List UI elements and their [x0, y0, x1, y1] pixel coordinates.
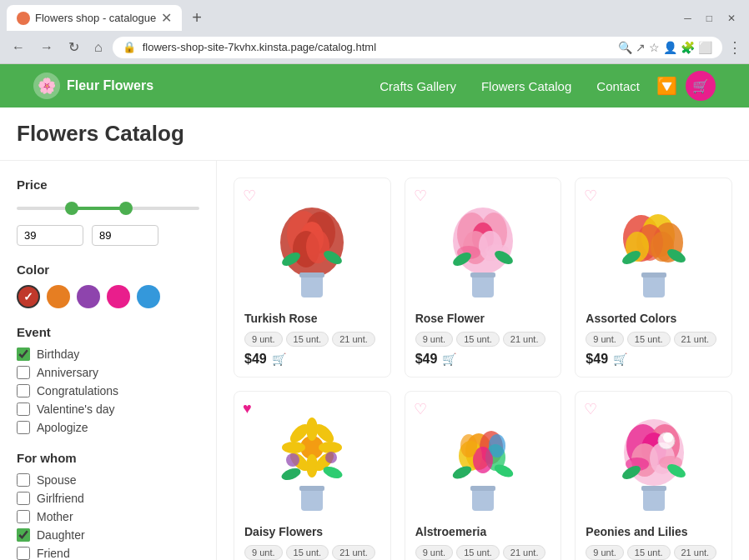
- variant-15[interactable]: 15 unt.: [627, 545, 671, 560]
- event-valentines[interactable]: Valentine's day: [17, 402, 199, 416]
- svg-rect-57: [470, 486, 495, 491]
- color-orange[interactable]: [47, 285, 70, 308]
- color-red[interactable]: ✓: [17, 285, 40, 308]
- nav-actions: 🔽 🛒: [656, 71, 716, 101]
- price-max-input[interactable]: 89: [92, 225, 158, 246]
- for-spouse-checkbox[interactable]: [17, 473, 30, 487]
- add-to-cart-assorted-colors[interactable]: 🛒: [613, 352, 627, 366]
- variant-21[interactable]: 21 unt.: [674, 332, 717, 347]
- nav-contact[interactable]: Contact: [596, 79, 640, 93]
- address-bar[interactable]: 🔒 flowers-shop-site-7kvhx.kinsta.page/ca…: [113, 37, 722, 58]
- wishlist-turkish-rose[interactable]: ♡: [243, 187, 256, 205]
- nav-links: Crafts Gallery Flowers Catalog Contact: [380, 79, 640, 93]
- product-img-rose-flower: [415, 188, 551, 305]
- wishlist-assorted-colors[interactable]: ♡: [584, 187, 597, 205]
- color-purple[interactable]: [77, 285, 100, 308]
- event-congratulations[interactable]: Congratulations: [17, 384, 199, 398]
- home-button[interactable]: ⌂: [89, 37, 108, 58]
- share-icon[interactable]: ↗: [636, 41, 646, 54]
- variant-15[interactable]: 15 unt.: [627, 332, 671, 347]
- svg-rect-71: [641, 486, 666, 491]
- for-girlfriend[interactable]: Girlfriend: [17, 492, 199, 505]
- add-to-cart-turkish-rose[interactable]: 🛒: [272, 352, 286, 366]
- site-nav: 🌸 Fleur Flowers Crafts Gallery Flowers C…: [0, 64, 749, 108]
- svg-point-52: [460, 434, 477, 458]
- product-name-assorted-colors: Assorted Colors: [586, 312, 721, 325]
- wishlist-peonies-lilies[interactable]: ♡: [584, 400, 597, 418]
- variant-21[interactable]: 21 unt.: [332, 332, 375, 347]
- svg-point-36: [319, 442, 342, 453]
- event-apologize[interactable]: Apologize: [17, 421, 199, 434]
- variant-15[interactable]: 15 unt.: [286, 332, 329, 347]
- variant-15[interactable]: 15 unt.: [286, 545, 329, 560]
- close-button[interactable]: ✕: [721, 9, 742, 28]
- variant-21[interactable]: 21 unt.: [674, 545, 717, 560]
- product-variants-daisy-flowers: 9 unt. 15 unt. 21 unt.: [244, 545, 380, 560]
- product-price-turkish-rose: $49 🛒: [244, 352, 380, 367]
- for-friend-checkbox[interactable]: [17, 547, 30, 560]
- search-icon[interactable]: 🔍: [618, 41, 632, 54]
- tab-close-button[interactable]: ✕: [161, 10, 172, 26]
- range-thumb-max[interactable]: [119, 202, 133, 215]
- event-congratulations-checkbox[interactable]: [17, 384, 30, 398]
- variant-9[interactable]: 9 unt.: [415, 332, 454, 347]
- for-daughter[interactable]: Daughter: [17, 528, 199, 542]
- variant-9[interactable]: 9 unt.: [415, 545, 454, 560]
- variant-9[interactable]: 9 unt.: [244, 545, 283, 560]
- for-mother-checkbox[interactable]: [17, 510, 30, 523]
- variant-9[interactable]: 9 unt.: [586, 332, 624, 347]
- color-blue[interactable]: [137, 285, 160, 308]
- event-birthday[interactable]: Birthday: [17, 348, 199, 361]
- event-anniversary[interactable]: Anniversary: [17, 366, 199, 379]
- tab-title: Flowers shop - catalogue: [35, 12, 156, 24]
- menu-button[interactable]: ⋮: [727, 38, 742, 57]
- variant-21[interactable]: 21 unt.: [503, 545, 546, 560]
- new-tab-button[interactable]: +: [185, 5, 209, 31]
- for-spouse[interactable]: Spouse: [17, 473, 199, 487]
- wishlist-alstroemeria[interactable]: ♡: [414, 400, 427, 418]
- forward-button[interactable]: →: [35, 37, 58, 58]
- maximize-button[interactable]: □: [700, 9, 719, 28]
- color-filter: Color ✓: [17, 262, 199, 308]
- range-fill: [72, 207, 127, 210]
- for-girlfriend-checkbox[interactable]: [17, 492, 30, 505]
- event-apologize-checkbox[interactable]: [17, 421, 30, 434]
- price-min-input[interactable]: 39: [17, 225, 83, 246]
- variant-15[interactable]: 15 unt.: [456, 545, 500, 560]
- minimize-button[interactable]: ─: [677, 9, 698, 28]
- wishlist-rose-flower[interactable]: ♡: [414, 187, 427, 205]
- cart-button[interactable]: 🛒: [686, 71, 716, 101]
- bookmark-icon[interactable]: ☆: [649, 41, 660, 54]
- event-valentines-label: Valentine's day: [37, 402, 114, 416]
- rose-flower-svg: [437, 192, 529, 301]
- variant-21[interactable]: 21 unt.: [503, 332, 546, 347]
- product-variants-alstroemeria: 9 unt. 15 unt. 21 unt.: [415, 545, 551, 560]
- range-thumb-min[interactable]: [65, 202, 78, 215]
- back-button[interactable]: ←: [7, 37, 30, 58]
- price-range-slider[interactable]: [17, 200, 199, 217]
- lock-icon: 🔒: [123, 41, 136, 53]
- svg-rect-70: [643, 488, 665, 511]
- for-spouse-label: Spouse: [37, 473, 76, 487]
- product-card-assorted-colors: ♡: [575, 178, 732, 378]
- event-valentines-checkbox[interactable]: [17, 402, 30, 416]
- extensions-icon[interactable]: 🧩: [681, 41, 695, 54]
- wishlist-daisy-flowers[interactable]: ♥: [243, 400, 252, 418]
- split-icon[interactable]: ⬜: [698, 41, 712, 54]
- variant-9[interactable]: 9 unt.: [244, 332, 283, 347]
- reload-button[interactable]: ↻: [63, 36, 84, 58]
- variant-9[interactable]: 9 unt.: [586, 545, 624, 560]
- variant-21[interactable]: 21 unt.: [332, 545, 375, 560]
- account-icon[interactable]: 👤: [663, 41, 677, 54]
- add-to-cart-rose-flower[interactable]: 🛒: [442, 352, 456, 366]
- wishlist-button[interactable]: 🔽: [656, 76, 677, 96]
- for-daughter-checkbox[interactable]: [17, 528, 30, 542]
- color-pink[interactable]: [107, 285, 130, 308]
- for-mother[interactable]: Mother: [17, 510, 199, 523]
- event-anniversary-checkbox[interactable]: [17, 366, 30, 379]
- event-birthday-checkbox[interactable]: [17, 348, 30, 361]
- nav-crafts-gallery[interactable]: Crafts Gallery: [380, 79, 456, 93]
- nav-flowers-catalog[interactable]: Flowers Catalog: [481, 79, 571, 93]
- for-friend[interactable]: Friend: [17, 547, 199, 560]
- variant-15[interactable]: 15 unt.: [456, 332, 500, 347]
